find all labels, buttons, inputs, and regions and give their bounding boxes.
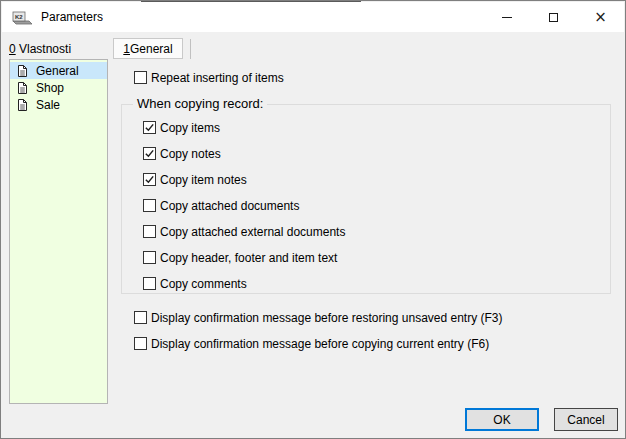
checkbox-row[interactable]: Display confirmation message before rest…: [134, 311, 503, 324]
close-icon: ×: [594, 10, 607, 25]
bottom-checkbox-area: Display confirmation message before rest…: [134, 311, 503, 363]
group-title: When copying record:: [133, 96, 267, 111]
window-title: Parameters: [41, 10, 103, 24]
when-copying-record-group: When copying record: Copy itemsCopy note…: [121, 104, 611, 294]
checkbox-row[interactable]: Repeat inserting of items: [134, 71, 284, 84]
checkbox-label: Copy items: [160, 121, 220, 135]
top-checkbox-area: Repeat inserting of items: [134, 71, 284, 97]
check-icon: [144, 122, 155, 133]
checkbox-label: Copy comments: [160, 277, 247, 291]
checkbox-row[interactable]: Copy attached documents: [143, 199, 610, 212]
checkbox-row[interactable]: Copy comments: [143, 277, 610, 290]
check-icon: [144, 174, 155, 185]
titlebar[interactable]: K2 Parameters ×: [2, 2, 624, 32]
checkbox-label: Copy header, footer and item text: [160, 251, 337, 265]
checkbox-display-confirmation-message-before-copying-current-entry-f6[interactable]: [134, 337, 147, 350]
checkbox-copy-attached-documents[interactable]: [143, 199, 156, 212]
maximize-icon: [549, 13, 558, 22]
check-icon: [144, 148, 155, 159]
svg-text:K2: K2: [15, 14, 23, 20]
sidebar-item-sale[interactable]: Sale: [10, 96, 107, 113]
sidebar-item-label: General: [36, 64, 79, 78]
checkbox-row[interactable]: Copy items: [143, 121, 610, 134]
group-checkbox-area: Copy itemsCopy notesCopy item notesCopy …: [143, 121, 610, 290]
checkbox-label: Copy attached external documents: [160, 225, 345, 239]
checkbox-copy-notes[interactable]: [143, 147, 156, 160]
checkbox-row[interactable]: Copy header, footer and item text: [143, 251, 610, 264]
checkbox-row[interactable]: Copy notes: [143, 147, 610, 160]
tab-general[interactable]: 1 General: [113, 38, 183, 59]
checkbox-label: Copy attached documents: [160, 199, 299, 213]
checkbox-copy-comments[interactable]: [143, 277, 156, 290]
tab-accelerator: 1: [123, 42, 130, 56]
cancel-button[interactable]: Cancel: [554, 408, 618, 431]
checkbox-row[interactable]: Copy attached external documents: [143, 225, 610, 238]
document-icon: [17, 98, 28, 112]
sidebar-label-text: Vlastnosti: [16, 42, 71, 56]
close-button[interactable]: ×: [577, 2, 624, 32]
document-icon: [17, 64, 28, 78]
checkbox-copy-header-footer-and-item-text[interactable]: [143, 251, 156, 264]
sidebar-item-label: Sale: [36, 98, 60, 112]
tab-strip-divider: [190, 39, 191, 59]
checkbox-label: Repeat inserting of items: [151, 71, 284, 85]
sidebar-item-label: Shop: [36, 81, 64, 95]
tab-label: General: [130, 42, 173, 56]
minimize-button[interactable]: [483, 2, 530, 32]
k2-app-icon: K2: [11, 9, 33, 25]
checkbox-row[interactable]: Display confirmation message before copy…: [134, 337, 503, 350]
checkbox-label: Copy item notes: [160, 173, 247, 187]
checkbox-display-confirmation-message-before-restoring-unsaved-entry-f3[interactable]: [134, 311, 147, 324]
sidebar-item-shop[interactable]: Shop: [10, 79, 107, 96]
sidebar-item-general[interactable]: General: [10, 62, 107, 79]
parameters-dialog: K2 Parameters × 0 Vlastnosti GeneralShop…: [0, 0, 626, 439]
checkbox-copy-attached-external-documents[interactable]: [143, 225, 156, 238]
sidebar-group-label: 0 Vlastnosti: [9, 42, 71, 56]
maximize-button[interactable]: [530, 2, 577, 32]
checkbox-label: Display confirmation message before rest…: [151, 311, 503, 325]
checkbox-repeat-inserting-of-items[interactable]: [134, 71, 147, 84]
checkbox-label: Display confirmation message before copy…: [151, 337, 489, 351]
minimize-icon: [502, 17, 512, 18]
document-icon: [17, 81, 28, 95]
sidebar-list[interactable]: GeneralShopSale: [9, 59, 108, 404]
checkbox-label: Copy notes: [160, 147, 221, 161]
checkbox-row[interactable]: Copy item notes: [143, 173, 610, 186]
ok-button[interactable]: OK: [465, 408, 539, 431]
checkbox-copy-items[interactable]: [143, 121, 156, 134]
checkbox-copy-item-notes[interactable]: [143, 173, 156, 186]
sidebar-label-accelerator: 0: [9, 42, 16, 56]
